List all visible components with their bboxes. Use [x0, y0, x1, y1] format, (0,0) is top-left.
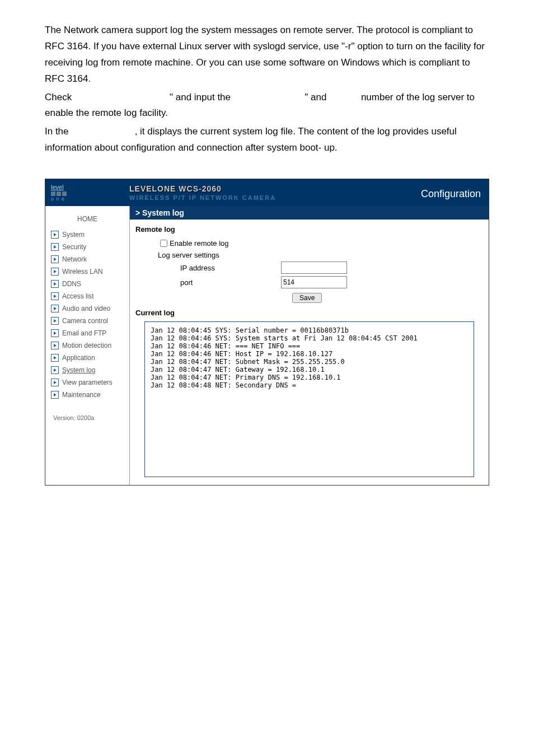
app-screenshot: level o n e LEVELONE WCS-2060 WIRELESS P…	[45, 179, 489, 486]
port-label: port	[158, 278, 281, 287]
version-label: Version: 0200a	[45, 414, 129, 421]
log-output: Jan 12 08:04:45 SYS: Serial number = 001…	[144, 321, 474, 477]
sidebar-item-label: Wireless LAN	[62, 268, 103, 276]
sidebar-item-application[interactable]: Application	[45, 352, 129, 364]
sidebar-item-label: Motion detection	[62, 342, 111, 349]
arrow-right-icon	[51, 292, 59, 300]
sidebar: HOME SystemSecurityNetworkWireless LANDD…	[45, 206, 130, 485]
sidebar-item-label: Application	[62, 354, 95, 362]
remote-log-title: Remote log	[135, 225, 483, 234]
ip-address-label: IP address	[158, 264, 281, 272]
arrow-right-icon	[51, 342, 59, 349]
arrow-right-icon	[51, 354, 59, 362]
sidebar-item-label: View parameters	[62, 379, 113, 386]
port-input[interactable]	[281, 276, 347, 288]
arrow-right-icon	[51, 255, 59, 263]
sidebar-item-label: Network	[62, 255, 87, 263]
arrow-right-icon	[51, 329, 59, 337]
sidebar-item-label: System log	[62, 366, 95, 374]
logo: level o n e	[51, 184, 124, 202]
sidebar-item-label: System	[62, 231, 85, 239]
sidebar-item-label: Access list	[62, 292, 94, 300]
sidebar-item-system[interactable]: System	[45, 228, 129, 241]
sidebar-item-network[interactable]: Network	[45, 253, 129, 265]
arrow-right-icon	[51, 305, 59, 312]
arrow-right-icon	[51, 379, 59, 386]
sidebar-item-maintenance[interactable]: Maintenance	[45, 389, 129, 401]
current-log-title: Current log	[135, 309, 483, 317]
arrow-right-icon	[51, 243, 59, 251]
sidebar-item-label: Camera control	[62, 317, 108, 325]
arrow-right-icon	[51, 280, 59, 288]
arrow-right-icon	[51, 268, 59, 276]
arrow-right-icon	[51, 317, 59, 325]
sidebar-item-view-parameters[interactable]: View parameters	[45, 376, 129, 389]
sidebar-item-email-and-ftp[interactable]: Email and FTP	[45, 327, 129, 339]
sidebar-item-wireless-lan[interactable]: Wireless LAN	[45, 265, 129, 278]
main-content: > System log Remote log Enable remote lo…	[130, 206, 489, 485]
description-text: The Network camera support log the syste…	[45, 22, 489, 156]
breadcrumb: > System log	[130, 206, 489, 220]
sidebar-item-label: Security	[62, 243, 86, 251]
sidebar-item-security[interactable]: Security	[45, 241, 129, 253]
sidebar-item-label: DDNS	[62, 280, 81, 288]
home-link[interactable]: HOME	[45, 215, 129, 223]
sidebar-item-ddns[interactable]: DDNS	[45, 278, 129, 290]
sidebar-item-access-list[interactable]: Access list	[45, 290, 129, 302]
arrow-right-icon	[51, 231, 59, 239]
arrow-right-icon	[51, 366, 59, 374]
sidebar-item-audio-and-video[interactable]: Audio and video	[45, 302, 129, 315]
sidebar-item-label: Audio and video	[62, 305, 110, 312]
sidebar-item-camera-control[interactable]: Camera control	[45, 315, 129, 327]
enable-remote-log-label: Enable remote log	[170, 239, 229, 248]
ip-address-input[interactable]	[281, 262, 347, 274]
configuration-link[interactable]: Configuration	[421, 188, 481, 200]
sidebar-item-label: Email and FTP	[62, 329, 106, 337]
log-server-settings-label: Log server settings	[158, 251, 219, 259]
sidebar-item-motion-detection[interactable]: Motion detection	[45, 339, 129, 352]
sidebar-item-label: Maintenance	[62, 391, 101, 399]
enable-remote-log-checkbox[interactable]	[160, 240, 167, 247]
sidebar-item-system-log[interactable]: System log	[45, 364, 129, 376]
save-button[interactable]: Save	[292, 293, 322, 303]
arrow-right-icon	[51, 391, 59, 399]
top-bar: level o n e LEVELONE WCS-2060 WIRELESS P…	[45, 179, 489, 206]
